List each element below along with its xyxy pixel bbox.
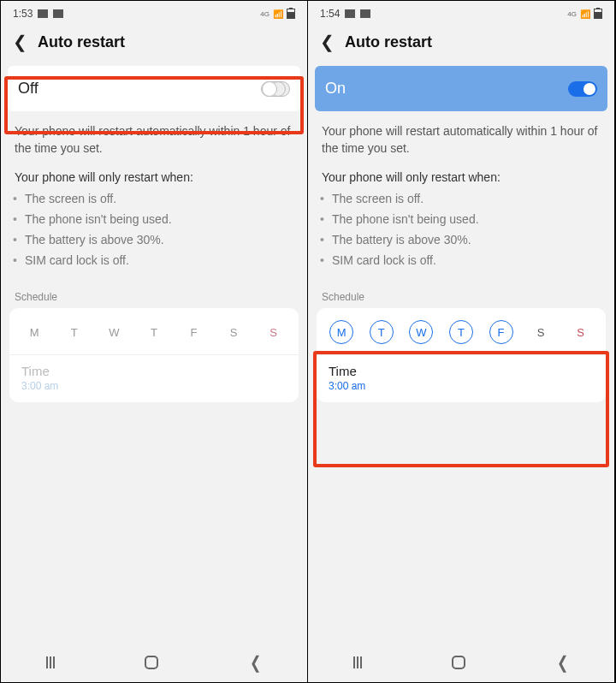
notification-icon [53,9,63,18]
network-icon: 4G [567,10,577,18]
status-bar: 1:53 4G 📶 [1,1,307,23]
days-selector: M T W T F S S [317,312,606,355]
conditions-list: The screen is off. The phone isn't being… [308,189,614,277]
time-label: Time [329,364,594,378]
condition-item: The phone isn't being used. [25,210,293,230]
condition-item: The screen is off. [332,189,601,210]
schedule-card: M T W T F S S Time 3:00 am [9,308,299,402]
day-thu[interactable]: T [449,320,473,344]
condition-item: SIM card lock is off. [25,251,293,271]
screen-on-state: 1:54 4G 📶 ❮ Auto restart On Your phone w… [308,1,615,682]
schedule-section-label: Schedule [308,277,614,308]
day-sat[interactable]: S [529,320,553,344]
screen-off-state: 1:53 4G 📶 ❮ Auto restart Off Your phone … [1,1,308,682]
nav-recent-button[interactable] [46,656,55,668]
toggle-switch[interactable] [261,81,290,97]
notification-icon [345,9,355,18]
conditions-title: Your phone will only restart when: [1,162,307,189]
condition-item: SIM card lock is off. [332,251,601,271]
day-thu[interactable]: T [142,320,166,344]
day-sun[interactable]: S [569,320,593,344]
time-label: Time [21,364,287,378]
notification-icon [38,9,48,18]
signal-icon: 📶 [273,9,283,19]
battery-icon [287,9,295,19]
day-mon[interactable]: M [22,320,46,344]
app-header: ❮ Auto restart [308,23,614,66]
page-title: Auto restart [38,33,125,51]
day-mon[interactable]: M [329,320,353,344]
network-icon: 4G [260,10,270,18]
day-fri[interactable]: F [489,320,513,344]
toggle-switch[interactable] [568,81,597,97]
toggle-label: Off [18,80,38,98]
system-nav-bar: ❮ [1,643,307,682]
system-nav-bar: ❮ [308,643,614,682]
conditions-list: The screen is off. The phone isn't being… [1,189,307,277]
time-selector[interactable]: Time 3:00 am [9,355,299,394]
toggle-label: On [325,80,346,98]
days-selector: M T W T F S S [9,312,299,355]
nav-back-button[interactable]: ❮ [249,652,261,673]
description-text: Your phone will restart automatically wi… [308,111,614,162]
time-value: 3:00 am [21,380,287,392]
day-fri[interactable]: F [182,320,206,344]
nav-back-button[interactable]: ❮ [556,652,568,673]
back-icon[interactable]: ❮ [320,32,335,52]
day-sun[interactable]: S [262,320,286,344]
condition-item: The phone isn't being used. [332,210,601,230]
nav-recent-button[interactable] [353,656,362,668]
day-wed[interactable]: W [102,320,126,344]
page-title: Auto restart [345,33,432,51]
day-tue[interactable]: T [370,320,394,344]
time-value: 3:00 am [329,380,594,392]
status-time: 1:53 [13,8,33,20]
nav-home-button[interactable] [452,656,465,669]
day-wed[interactable]: W [409,320,433,344]
back-icon[interactable]: ❮ [13,32,27,52]
notification-icon [360,9,370,18]
condition-item: The battery is above 30%. [332,230,601,251]
schedule-card: M T W T F S S Time 3:00 am [317,308,606,402]
master-toggle-row[interactable]: Off [8,66,300,111]
conditions-title: Your phone will only restart when: [308,162,614,189]
signal-icon: 📶 [580,9,590,19]
app-header: ❮ Auto restart [1,23,307,66]
status-bar: 1:54 4G 📶 [308,1,614,23]
master-toggle-row[interactable]: On [315,66,607,111]
day-tue[interactable]: T [62,320,86,344]
schedule-section-label: Schedule [1,277,307,308]
battery-icon [594,9,602,19]
day-sat[interactable]: S [222,320,246,344]
status-time: 1:54 [320,8,340,20]
nav-home-button[interactable] [145,656,158,669]
condition-item: The battery is above 30%. [25,230,293,251]
description-text: Your phone will restart automatically wi… [1,111,307,162]
time-selector[interactable]: Time 3:00 am [317,355,606,394]
condition-item: The screen is off. [25,189,293,210]
